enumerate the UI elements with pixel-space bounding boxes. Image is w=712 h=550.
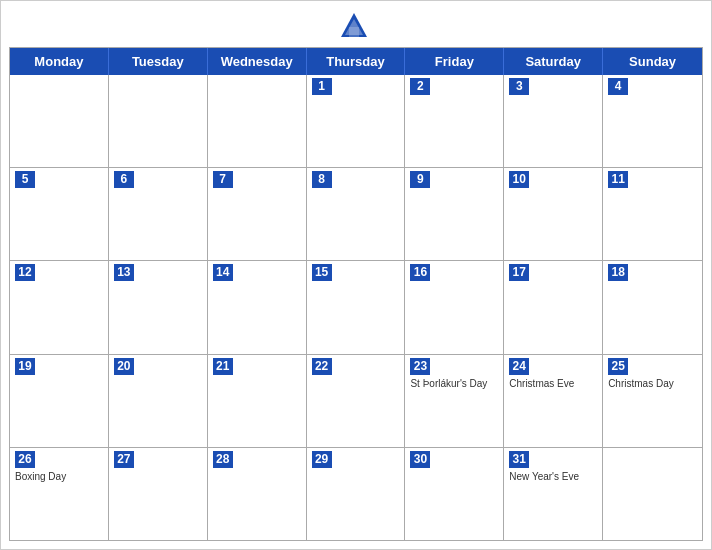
day-cell-30: 30: [405, 448, 504, 540]
day-number: 30: [410, 451, 430, 468]
week-row-4: 1920212223St Þorlákur's Day24Christmas E…: [10, 354, 702, 447]
day-number: 21: [213, 358, 233, 375]
day-number: 20: [114, 358, 134, 375]
day-header-saturday: Saturday: [504, 48, 603, 75]
header: [1, 1, 711, 47]
day-cell-7: 7: [208, 168, 307, 260]
day-number: 8: [312, 171, 332, 188]
day-number: 1: [312, 78, 332, 95]
week-row-1: 1234: [10, 75, 702, 167]
day-number: 6: [114, 171, 134, 188]
day-header-sunday: Sunday: [603, 48, 702, 75]
day-number: 19: [15, 358, 35, 375]
day-cell-1: 1: [307, 75, 406, 167]
day-number: 17: [509, 264, 529, 281]
day-cell-12: 12: [10, 261, 109, 353]
day-cell-empty-6: [603, 448, 702, 540]
day-cell-empty-0: [10, 75, 109, 167]
week-row-2: 567891011: [10, 167, 702, 260]
day-cell-8: 8: [307, 168, 406, 260]
day-cell-13: 13: [109, 261, 208, 353]
day-cell-6: 6: [109, 168, 208, 260]
event-label: New Year's Eve: [509, 471, 597, 483]
day-number: 29: [312, 451, 332, 468]
day-cell-17: 17: [504, 261, 603, 353]
day-number: 27: [114, 451, 134, 468]
day-number: 12: [15, 264, 35, 281]
day-cell-22: 22: [307, 355, 406, 447]
day-cell-5: 5: [10, 168, 109, 260]
day-number: 13: [114, 264, 134, 281]
day-number: 16: [410, 264, 430, 281]
day-number: 24: [509, 358, 529, 375]
day-header-tuesday: Tuesday: [109, 48, 208, 75]
day-number: 9: [410, 171, 430, 188]
day-cell-18: 18: [603, 261, 702, 353]
day-number: 18: [608, 264, 628, 281]
day-cell-26: 26Boxing Day: [10, 448, 109, 540]
day-cell-3: 3: [504, 75, 603, 167]
event-label: Christmas Eve: [509, 378, 597, 390]
day-number: 25: [608, 358, 628, 375]
day-number: 23: [410, 358, 430, 375]
day-number-empty: [114, 78, 134, 95]
day-headers-row: MondayTuesdayWednesdayThursdayFridaySatu…: [10, 48, 702, 75]
day-number: 28: [213, 451, 233, 468]
day-number: 7: [213, 171, 233, 188]
logo-icon: [339, 11, 369, 41]
day-cell-2: 2: [405, 75, 504, 167]
day-number-empty: [15, 78, 35, 95]
day-cell-9: 9: [405, 168, 504, 260]
day-cell-24: 24Christmas Eve: [504, 355, 603, 447]
day-number: 15: [312, 264, 332, 281]
day-cell-14: 14: [208, 261, 307, 353]
event-label: Boxing Day: [15, 471, 103, 483]
day-cell-23: 23St Þorlákur's Day: [405, 355, 504, 447]
day-cell-15: 15: [307, 261, 406, 353]
day-number: 14: [213, 264, 233, 281]
day-number: 11: [608, 171, 628, 188]
day-number: 2: [410, 78, 430, 95]
day-cell-11: 11: [603, 168, 702, 260]
day-cell-16: 16: [405, 261, 504, 353]
day-number: 26: [15, 451, 35, 468]
day-header-thursday: Thursday: [307, 48, 406, 75]
event-label: Christmas Day: [608, 378, 697, 390]
event-label: St Þorlákur's Day: [410, 378, 498, 390]
day-cell-25: 25Christmas Day: [603, 355, 702, 447]
day-cell-4: 4: [603, 75, 702, 167]
day-number: 5: [15, 171, 35, 188]
day-cell-21: 21: [208, 355, 307, 447]
day-cell-empty-2: [208, 75, 307, 167]
day-number-empty: [608, 451, 628, 468]
day-number: 31: [509, 451, 529, 468]
calendar-page: MondayTuesdayWednesdayThursdayFridaySatu…: [0, 0, 712, 550]
day-number: 10: [509, 171, 529, 188]
day-cell-31: 31New Year's Eve: [504, 448, 603, 540]
weeks-container: 1234567891011121314151617181920212223St …: [10, 75, 702, 540]
day-header-friday: Friday: [405, 48, 504, 75]
day-number-empty: [213, 78, 233, 95]
day-cell-27: 27: [109, 448, 208, 540]
logo: [339, 11, 373, 41]
day-cell-29: 29: [307, 448, 406, 540]
svg-rect-2: [349, 27, 359, 37]
day-header-wednesday: Wednesday: [208, 48, 307, 75]
day-cell-10: 10: [504, 168, 603, 260]
day-cell-28: 28: [208, 448, 307, 540]
day-number: 3: [509, 78, 529, 95]
day-cell-empty-1: [109, 75, 208, 167]
day-number: 4: [608, 78, 628, 95]
day-header-monday: Monday: [10, 48, 109, 75]
calendar-grid: MondayTuesdayWednesdayThursdayFridaySatu…: [9, 47, 703, 541]
day-number: 22: [312, 358, 332, 375]
week-row-5: 26Boxing Day2728293031New Year's Eve: [10, 447, 702, 540]
week-row-3: 12131415161718: [10, 260, 702, 353]
day-cell-20: 20: [109, 355, 208, 447]
day-cell-19: 19: [10, 355, 109, 447]
